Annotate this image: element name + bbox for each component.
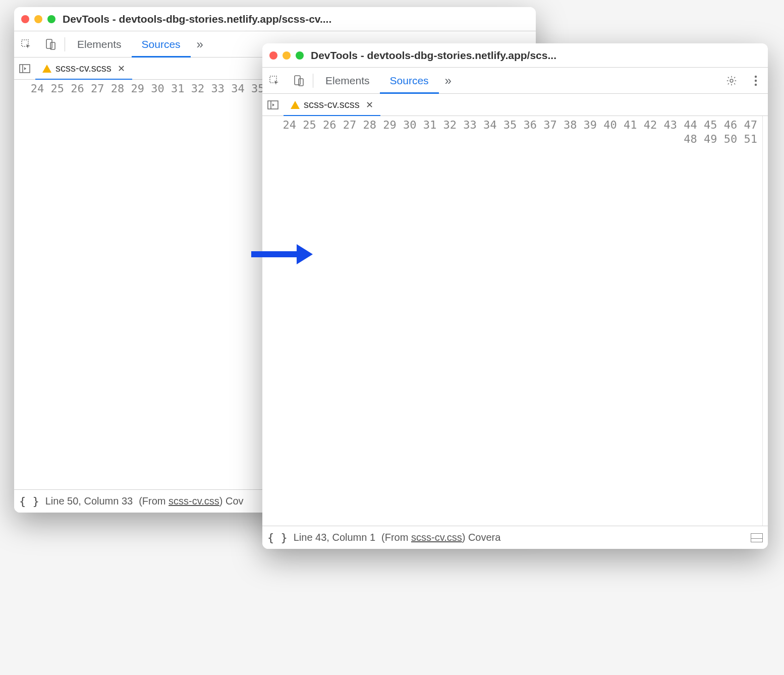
svg-point-9 xyxy=(730,79,733,82)
svg-point-12 xyxy=(755,83,757,85)
kebab-menu-icon[interactable] xyxy=(744,75,768,86)
file-name: scss-cv.scss xyxy=(55,63,111,74)
file-tab-scss[interactable]: scss-cv.scss ✕ xyxy=(35,58,132,80)
settings-icon[interactable] xyxy=(719,75,744,86)
tab-sources[interactable]: Sources xyxy=(132,31,191,58)
format-icon[interactable]: { } xyxy=(267,531,288,544)
sourcemap-indicator: (From scss-cv.css) Covera xyxy=(381,532,500,543)
format-icon[interactable]: { } xyxy=(19,495,39,508)
line-gutter: 24 25 26 27 28 29 30 31 32 33 34 35 36 3… xyxy=(262,116,763,526)
more-tabs-icon[interactable]: » xyxy=(191,37,209,51)
close-icon[interactable] xyxy=(269,51,277,60)
svg-marker-5 xyxy=(24,67,26,70)
svg-point-10 xyxy=(755,75,757,77)
cursor-position: Line 50, Column 33 xyxy=(45,495,133,507)
svg-rect-7 xyxy=(295,76,300,85)
source-pane[interactable]: $lightBase #f3f7fc; $textLight #535764; … xyxy=(763,116,768,526)
device-icon[interactable] xyxy=(38,38,63,50)
devtools-window-after: DevTools - devtools-dbg-stories.netlify.… xyxy=(262,43,768,549)
minimize-icon[interactable] xyxy=(34,15,42,23)
window-title: DevTools - devtools-dbg-stories.netlify.… xyxy=(63,13,331,25)
drawer-toggle-icon[interactable] xyxy=(751,533,763,542)
sources-tabstrip: scss-cv.scss ✕ xyxy=(262,94,768,116)
sourcemap-indicator: (From scss-cv.css) Cov xyxy=(139,495,243,507)
status-bar: { } Line 43, Column 1 (From scss-cv.css)… xyxy=(262,526,768,549)
svg-rect-1 xyxy=(46,39,52,48)
device-icon[interactable] xyxy=(287,75,311,87)
window-title: DevTools - devtools-dbg-stories.netlify.… xyxy=(311,49,556,62)
titlebar: DevTools - devtools-dbg-stories.netlify.… xyxy=(14,7,536,31)
svg-point-11 xyxy=(755,79,757,81)
svg-marker-15 xyxy=(272,103,274,106)
maximize-icon[interactable] xyxy=(296,51,304,60)
file-tab-scss[interactable]: scss-cv.scss ✕ xyxy=(284,94,380,117)
code-editor[interactable]: 24 25 26 27 28 29 30 31 32 33 34 35 36 3… xyxy=(262,116,768,526)
inspect-icon[interactable] xyxy=(262,75,287,87)
tab-sources[interactable]: Sources xyxy=(380,68,439,94)
sourcemap-link[interactable]: scss-cv.css xyxy=(411,532,462,543)
warning-icon xyxy=(42,65,51,73)
close-tab-icon[interactable]: ✕ xyxy=(366,99,373,110)
navigator-toggle-icon[interactable] xyxy=(262,100,284,109)
titlebar: DevTools - devtools-dbg-stories.netlify.… xyxy=(262,43,768,68)
navigator-toggle-icon[interactable] xyxy=(14,64,35,73)
maximize-icon[interactable] xyxy=(47,15,55,23)
inspect-icon[interactable] xyxy=(14,38,38,50)
tab-elements[interactable]: Elements xyxy=(67,31,132,58)
minimize-icon[interactable] xyxy=(283,51,291,60)
close-tab-icon[interactable]: ✕ xyxy=(118,63,125,74)
sourcemap-link[interactable]: scss-cv.css xyxy=(169,495,219,507)
close-icon[interactable] xyxy=(21,15,29,23)
cursor-position: Line 43, Column 1 xyxy=(294,532,375,543)
panel-toolbar: Elements Sources » xyxy=(262,68,768,94)
tab-elements[interactable]: Elements xyxy=(315,68,380,94)
more-tabs-icon[interactable]: » xyxy=(439,74,458,88)
warning-icon xyxy=(291,101,300,109)
file-name: scss-cv.scss xyxy=(304,99,360,110)
